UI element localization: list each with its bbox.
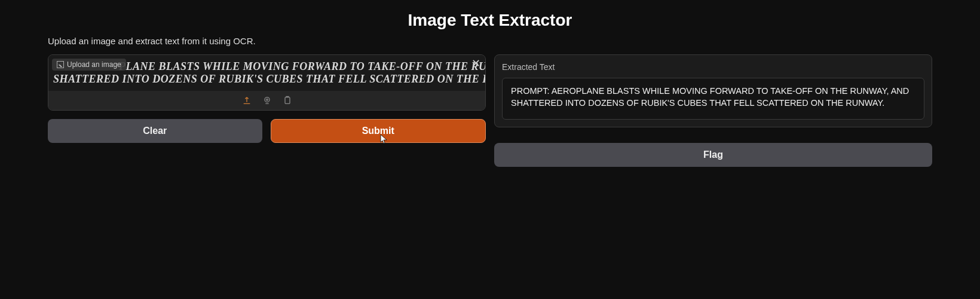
flag-button[interactable]: Flag (494, 143, 932, 167)
upload-toolbar (48, 91, 485, 110)
upload-panel: Upload an image ✕ PLANE BLASTS WHILE MOV… (48, 54, 486, 111)
output-text: PROMPT: AEROPLANE BLASTS WHILE MOVING FO… (502, 78, 924, 120)
svg-point-0 (265, 97, 270, 102)
webcam-icon[interactable] (262, 96, 272, 105)
output-panel: Extracted Text PROMPT: AEROPLANE BLASTS … (494, 54, 932, 127)
page-title: Image Text Extractor (48, 0, 932, 36)
output-label: Extracted Text (502, 62, 924, 72)
page-subtitle: Upload an image and extract text from it… (48, 36, 932, 46)
clear-button[interactable]: Clear (48, 119, 262, 143)
svg-point-1 (266, 99, 268, 100)
upload-label-text: Upload an image (67, 60, 121, 69)
close-icon[interactable]: ✕ (470, 57, 482, 69)
submit-button-label: Submit (362, 126, 394, 136)
clipboard-icon[interactable] (283, 96, 292, 105)
preview-line-2: SHATTERED INTO DOZENS OF RUBIK'S CUBES T… (53, 73, 480, 86)
image-icon (57, 61, 64, 68)
svg-rect-2 (285, 97, 290, 104)
upload-label-badge: Upload an image (52, 59, 126, 71)
submit-button[interactable]: Submit (271, 119, 486, 143)
preview-line-1: PLANE BLASTS WHILE MOVING FORWARD TO TAK… (119, 60, 480, 73)
upload-icon[interactable] (242, 96, 252, 105)
